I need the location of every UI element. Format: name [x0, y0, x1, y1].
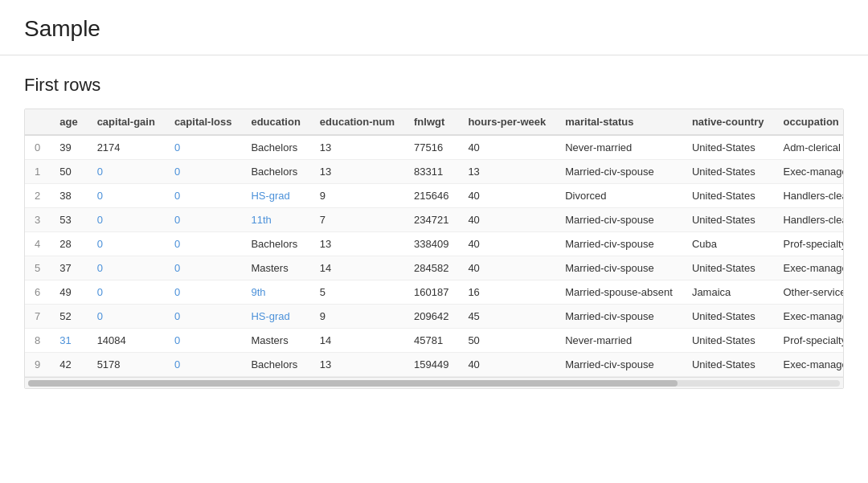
table-row: 831140840Masters144578150Never-marriedUn… [25, 329, 844, 353]
table-cell[interactable]: 0 [165, 135, 242, 160]
table-cell: Married-civ-spouse [555, 208, 682, 232]
table-cell: 40 [458, 353, 555, 377]
table-cell: 42 [50, 353, 87, 377]
table-header-row: age capital-gain capital-loss education … [25, 109, 844, 135]
table-cell: Exec-managerial [773, 256, 844, 280]
table-cell[interactable]: 0 [88, 305, 165, 329]
table-cell: Cuba [682, 232, 774, 256]
table-cell: Bachelors [241, 232, 309, 256]
table-cell: Married-civ-spouse [555, 305, 682, 329]
col-marital-status: marital-status [555, 109, 682, 135]
table-cell: 13 [310, 232, 404, 256]
table-cell: 1 [25, 160, 50, 184]
table-cell[interactable]: 31 [50, 329, 87, 353]
table-cell: 13 [310, 353, 404, 377]
table-cell: 2 [25, 184, 50, 208]
col-education-num: education-num [310, 109, 404, 135]
table-cell[interactable]: 0 [165, 353, 242, 377]
table-cell[interactable]: 0 [165, 256, 242, 280]
table-cell[interactable]: 0 [165, 184, 242, 208]
table-cell[interactable]: 0 [165, 280, 242, 305]
table-cell: 13 [310, 160, 404, 184]
horizontal-scrollbar[interactable] [25, 377, 843, 388]
table-cell: 14 [310, 329, 404, 353]
table-cell: Exec-managerial [773, 160, 844, 184]
table-cell[interactable]: 0 [88, 232, 165, 256]
table-row: 75200HS-grad920964245Married-civ-spouseU… [25, 305, 844, 329]
table-cell: Divorced [555, 184, 682, 208]
table-cell[interactable]: 0 [165, 232, 242, 256]
table-cell: 37 [50, 256, 87, 280]
col-age: age [50, 109, 87, 135]
table-cell[interactable]: HS-grad [241, 184, 309, 208]
table-cell: 14084 [88, 329, 165, 353]
table-cell: Married-civ-spouse [555, 256, 682, 280]
table-cell: 38 [50, 184, 87, 208]
table-cell[interactable]: 0 [88, 256, 165, 280]
table-cell: United-States [682, 305, 774, 329]
table-cell: Prof-specialty [773, 232, 844, 256]
table-cell: 40 [458, 256, 555, 280]
table-cell: Exec-managerial [773, 353, 844, 377]
table-cell: 16 [458, 280, 555, 305]
table-cell: Bachelors [241, 135, 309, 160]
table-cell: Masters [241, 329, 309, 353]
table-cell: Married-civ-spouse [555, 160, 682, 184]
table-cell: Never-married [555, 135, 682, 160]
table-cell: United-States [682, 208, 774, 232]
col-capital-loss: capital-loss [165, 109, 242, 135]
table-cell: Bachelors [241, 160, 309, 184]
table-cell: 9 [25, 353, 50, 377]
table-cell: 338409 [404, 232, 458, 256]
table-cell: Bachelors [241, 353, 309, 377]
table-row: 3530011th723472140Married-civ-spouseUnit… [25, 208, 844, 232]
col-hours-per-week: hours-per-week [458, 109, 555, 135]
table-cell: 0 [25, 135, 50, 160]
col-index [25, 109, 50, 135]
table-cell: 5 [25, 256, 50, 280]
table-cell[interactable]: 0 [88, 208, 165, 232]
table-cell[interactable]: HS-grad [241, 305, 309, 329]
table-cell: Masters [241, 256, 309, 280]
table-cell: Married-civ-spouse [555, 353, 682, 377]
table-cell: 160187 [404, 280, 458, 305]
table-cell: 284582 [404, 256, 458, 280]
table-row: 53700Masters1428458240Married-civ-spouse… [25, 256, 844, 280]
table-cell[interactable]: 0 [165, 329, 242, 353]
table-cell[interactable]: 11th [241, 208, 309, 232]
table-row: 23800HS-grad921564640DivorcedUnited-Stat… [25, 184, 844, 208]
table-cell: 40 [458, 135, 555, 160]
table-cell[interactable]: 0 [165, 305, 242, 329]
table-cell: 53 [50, 208, 87, 232]
table-cell[interactable]: 9th [241, 280, 309, 305]
table-cell[interactable]: 0 [88, 160, 165, 184]
table-row: 15000Bachelors138331113Married-civ-spous… [25, 160, 844, 184]
table-cell: United-States [682, 184, 774, 208]
table-cell: 13 [458, 160, 555, 184]
table-cell: 49 [50, 280, 87, 305]
table-cell: 5 [310, 280, 404, 305]
table-cell: 209642 [404, 305, 458, 329]
table-cell[interactable]: 0 [88, 184, 165, 208]
table-cell: 83311 [404, 160, 458, 184]
table-cell: 14 [310, 256, 404, 280]
table-wrapper[interactable]: age capital-gain capital-loss education … [24, 108, 844, 389]
scrollbar-thumb [28, 380, 678, 387]
table-cell[interactable]: 0 [88, 280, 165, 305]
table-cell: 159449 [404, 353, 458, 377]
table-cell: 40 [458, 208, 555, 232]
table-cell: 5178 [88, 353, 165, 377]
table-row: 42800Bachelors1333840940Married-civ-spou… [25, 232, 844, 256]
table-cell: 9 [310, 184, 404, 208]
table-cell[interactable]: 0 [165, 160, 242, 184]
table-cell: 215646 [404, 184, 458, 208]
table-cell: United-States [682, 329, 774, 353]
table-cell[interactable]: 0 [165, 208, 242, 232]
table-cell: 40 [458, 232, 555, 256]
col-native-country: native-country [682, 109, 774, 135]
table-cell: 8 [25, 329, 50, 353]
table-cell: United-States [682, 353, 774, 377]
table-cell: Never-married [555, 329, 682, 353]
col-education: education [241, 109, 309, 135]
table-row: 649009th516018716Married-spouse-absentJa… [25, 280, 844, 305]
